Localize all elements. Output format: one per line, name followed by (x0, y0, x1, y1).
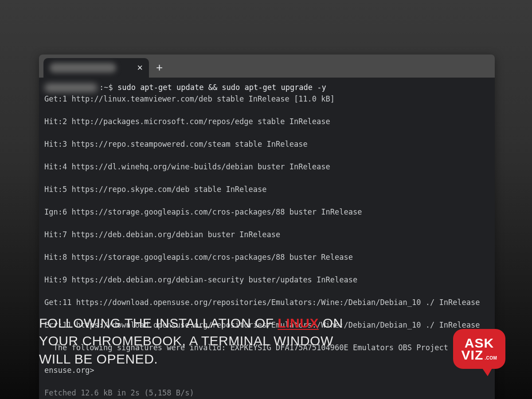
tab-bar: × + (39, 55, 495, 78)
logo-suffix: .COM (485, 356, 497, 360)
terminal-output-line: Get:1 http://linux.teamviewer.com/deb st… (44, 94, 489, 105)
terminal-output-line: Hit:7 https://deb.debian.org/debian bust… (44, 229, 489, 241)
logo-bubble: ASK VIZ .COM (453, 329, 505, 369)
terminal-tab[interactable]: × (43, 58, 149, 78)
prompt-suffix: :~$ (99, 83, 117, 92)
caption-part1: Following the installation of (39, 316, 278, 330)
close-icon[interactable]: × (137, 63, 143, 73)
tab-title-redacted (50, 63, 116, 73)
terminal-output-line: Hit:4 https://dl.winehq.org/wine-builds/… (44, 161, 489, 173)
askviz-logo: ASK VIZ .COM (453, 329, 511, 378)
caption-keyword: Linux (278, 316, 319, 330)
terminal-output-line: Hit:2 http://packages.microsoft.com/repo… (44, 116, 489, 128)
new-tab-button[interactable]: + (149, 62, 170, 78)
terminal-output-line: Hit:5 https://repo.skype.com/deb stable … (44, 184, 489, 196)
logo-line1: ASK (465, 337, 494, 349)
terminal-output-line: Hit:9 https://deb.debian.org/debian-secu… (44, 274, 489, 286)
terminal-output-line: Fetched 12.6 kB in 2s (5,158 B/s) (44, 387, 489, 399)
caption-text: Following the installation of Linux on y… (39, 314, 358, 368)
prompt-user-redacted (44, 83, 98, 92)
terminal-output-line: Ign:6 https://storage.googleapis.com/cro… (44, 207, 489, 218)
terminal-output-line: Hit:8 https://storage.googleapis.com/cro… (44, 252, 489, 263)
terminal-command: sudo apt-get update && sudo apt-get upgr… (117, 83, 326, 92)
terminal-output-line: Hit:3 https://repo.steampowered.com/stea… (44, 139, 489, 150)
logo-line2: VIZ (462, 349, 484, 361)
terminal-output-line: Get:11 https://download.opensuse.org/rep… (44, 297, 489, 309)
